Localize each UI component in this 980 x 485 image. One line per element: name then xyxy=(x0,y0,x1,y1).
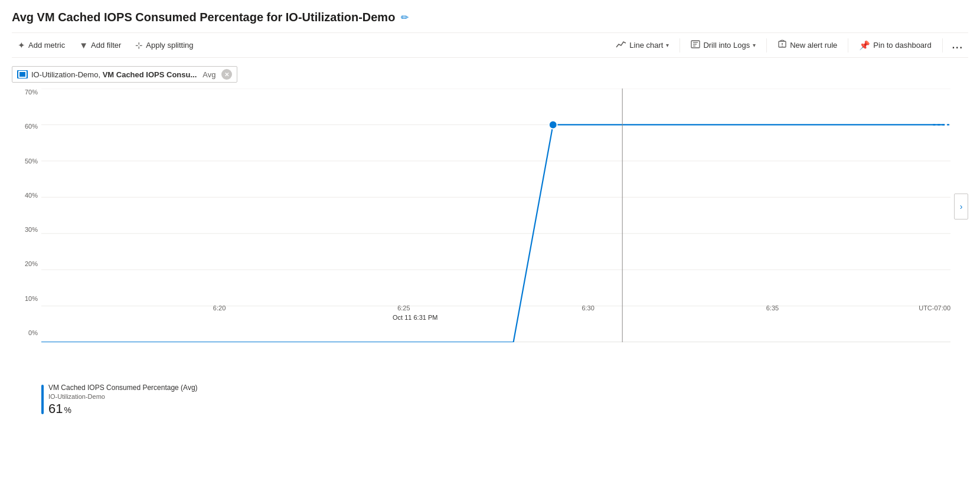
legend-color-bar xyxy=(41,385,44,414)
legend-text: VM Cached IOPS Consumed Percentage (Avg)… xyxy=(48,384,198,417)
apply-splitting-button[interactable]: ⊹ Apply splitting xyxy=(129,37,199,54)
y-axis: 0% 10% 20% 30% 40% 50% 60% 70% xyxy=(12,89,41,342)
separator-1 xyxy=(680,38,680,53)
y-label-40: 40% xyxy=(12,192,41,199)
add-metric-icon: ✦ xyxy=(18,40,25,51)
svg-point-6 xyxy=(782,45,783,47)
page-title: Avg VM Cached IOPS Consumed Percentage f… xyxy=(12,11,395,24)
new-alert-rule-button[interactable]: New alert rule xyxy=(772,37,843,54)
y-label-10: 10% xyxy=(12,295,41,302)
pin-to-dashboard-button[interactable]: 📌 Pin to dashboard xyxy=(853,37,937,54)
chart-container: 0% 10% 20% 30% 40% 50% 60% 70% xyxy=(12,89,968,378)
metric-tag-aggregation: Avg xyxy=(202,70,215,79)
utc-label: UTC-07:00 xyxy=(919,304,950,312)
filter-icon: ▼ xyxy=(79,40,88,50)
y-label-50: 50% xyxy=(12,158,41,165)
line-chart-dropdown-arrow: ▾ xyxy=(666,42,669,48)
add-metric-button[interactable]: ✦ Add metric xyxy=(12,37,71,54)
chart-plot: Oct 11 6:31 PM 6:20 6:25 6:30 6:35 UTC-0… xyxy=(41,89,950,342)
legend: VM Cached IOPS Consumed Percentage (Avg)… xyxy=(12,384,968,417)
legend-subtitle: IO-Utilization-Demo xyxy=(48,393,198,400)
more-button[interactable]: ... xyxy=(948,37,968,54)
y-label-30: 30% xyxy=(12,226,41,233)
toolbar-left: ✦ Add metric ▼ Add filter ⊹ Apply splitt… xyxy=(12,37,610,54)
line-chart-button[interactable]: Line chart ▾ xyxy=(610,37,675,53)
title-row: Avg VM Cached IOPS Consumed Percentage f… xyxy=(12,11,968,24)
metric-tag-row: IO-Utilization-Demo, VM Cached IOPS Cons… xyxy=(12,66,968,83)
tooltip-time-label: Oct 11 6:31 PM xyxy=(393,314,437,321)
edit-icon[interactable]: ✏ xyxy=(401,12,409,23)
line-chart-icon xyxy=(616,40,626,50)
toolbar: ✦ Add metric ▼ Add filter ⊹ Apply splitt… xyxy=(12,32,968,58)
toolbar-right: Line chart ▾ Drill into Logs ▾ New alert… xyxy=(610,37,968,54)
separator-2 xyxy=(766,38,767,53)
x-label-620: 6:20 xyxy=(213,304,226,312)
svg-point-17 xyxy=(549,120,557,129)
x-label-635: 6:35 xyxy=(766,304,779,312)
legend-value-unit: % xyxy=(64,405,71,415)
x-label-625: 6:25 xyxy=(397,304,410,312)
legend-value: 61% xyxy=(48,401,198,417)
metric-tag-close-button[interactable]: ✕ xyxy=(221,69,232,80)
drill-into-logs-button[interactable]: Drill into Logs ▾ xyxy=(685,37,762,53)
y-label-70: 70% xyxy=(12,89,41,96)
drill-logs-dropdown-arrow: ▾ xyxy=(753,42,756,48)
y-label-20: 20% xyxy=(12,260,41,267)
add-filter-button[interactable]: ▼ Add filter xyxy=(73,37,127,53)
x-label-630: 6:30 xyxy=(582,304,594,312)
x-axis-labels: 6:20 6:25 6:30 6:35 xyxy=(41,304,950,312)
separator-3 xyxy=(848,38,848,53)
metric-tag-name: IO-Utilization-Demo, VM Cached IOPS Cons… xyxy=(31,70,197,79)
pin-icon: 📌 xyxy=(859,40,870,51)
vm-icon xyxy=(17,70,28,78)
expand-chart-button[interactable]: › xyxy=(954,194,968,219)
split-icon: ⊹ xyxy=(135,40,143,51)
y-label-0: 0% xyxy=(12,329,41,336)
separator-4 xyxy=(942,38,943,53)
alert-icon xyxy=(778,40,787,51)
drill-logs-icon xyxy=(691,40,700,50)
metric-tag: IO-Utilization-Demo, VM Cached IOPS Cons… xyxy=(12,66,237,83)
y-label-60: 60% xyxy=(12,123,41,130)
legend-title: VM Cached IOPS Consumed Percentage (Avg) xyxy=(48,384,198,392)
